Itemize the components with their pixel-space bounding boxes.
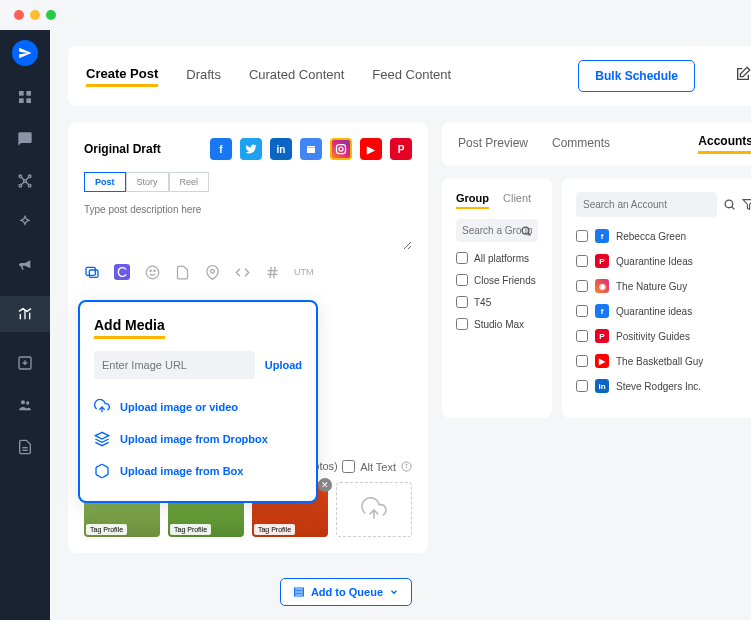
editor-toolbar: C UTM <box>84 264 412 280</box>
tab-feed[interactable]: Feed Content <box>372 67 451 85</box>
group-item[interactable]: T45 <box>456 296 538 308</box>
nav-document-icon[interactable] <box>14 436 36 458</box>
filter-icon[interactable] <box>742 198 751 211</box>
nav-download-icon[interactable] <box>14 352 36 374</box>
group-item[interactable]: Studio Max <box>456 318 538 330</box>
maximize-dot[interactable] <box>46 10 56 20</box>
group-checkbox[interactable] <box>456 252 468 264</box>
youtube-icon[interactable]: ▶ <box>360 138 382 160</box>
tag-profile-badge[interactable]: Tag Profile <box>170 524 211 535</box>
twitter-icon[interactable] <box>240 138 262 160</box>
account-checkbox[interactable] <box>576 255 588 267</box>
posttype-reel[interactable]: Reel <box>169 172 210 192</box>
svg-line-10 <box>26 177 29 180</box>
grouptab-group[interactable]: Group <box>456 192 489 209</box>
facebook-icon: f <box>595 304 609 318</box>
box-icon <box>94 463 110 479</box>
add-media-title: Add Media <box>94 317 165 339</box>
account-checkbox[interactable] <box>576 280 588 292</box>
topbar: Create Post Drafts Curated Content Feed … <box>68 46 751 106</box>
account-checkbox[interactable] <box>576 380 588 392</box>
group-item[interactable]: Close Friends <box>456 274 538 286</box>
upload-link[interactable]: Upload <box>265 359 302 371</box>
posttype-story[interactable]: Story <box>126 172 169 192</box>
location-icon[interactable] <box>204 264 220 280</box>
account-item[interactable]: ◉The Nature Guy <box>576 279 751 293</box>
search-account-input[interactable] <box>576 192 717 217</box>
account-item[interactable]: ▶The Basketball Guy <box>576 354 751 368</box>
add-media-button[interactable] <box>336 482 412 537</box>
account-checkbox[interactable] <box>576 355 588 367</box>
svg-line-42 <box>732 207 735 210</box>
grouptab-client[interactable]: Client <box>503 192 531 209</box>
svg-rect-23 <box>86 267 95 275</box>
search-icon[interactable] <box>723 198 736 211</box>
canva-icon[interactable]: C <box>114 264 130 280</box>
account-checkbox[interactable] <box>576 330 588 342</box>
utm-button[interactable]: UTM <box>294 267 314 277</box>
group-checkbox[interactable] <box>456 296 468 308</box>
nav-chat-icon[interactable] <box>14 128 36 150</box>
account-item[interactable]: PQuarantine Ideas <box>576 254 751 268</box>
account-checkbox[interactable] <box>576 230 588 242</box>
account-item[interactable]: PPositivity Guides <box>576 329 751 343</box>
tab-accounts[interactable]: Accounts <box>698 134 751 154</box>
hashtag-icon[interactable] <box>264 264 280 280</box>
tag-profile-badge[interactable]: Tag Profile <box>254 524 295 535</box>
account-checkbox[interactable] <box>576 305 588 317</box>
svg-point-41 <box>725 200 733 208</box>
instagram-icon[interactable] <box>330 138 352 160</box>
add-media-popup: Add Media Upload Upload image or video U… <box>78 300 318 503</box>
group-checkbox[interactable] <box>456 274 468 286</box>
nav-grid-icon[interactable] <box>14 86 36 108</box>
code-icon[interactable] <box>234 264 250 280</box>
nav-users-icon[interactable] <box>14 394 36 416</box>
account-item[interactable]: fQuarantine ideas <box>576 304 751 318</box>
bulk-schedule-button[interactable]: Bulk Schedule <box>578 60 695 92</box>
linkedin-icon: in <box>595 379 609 393</box>
account-item[interactable]: fRebecca Green <box>576 229 751 243</box>
edit-icon[interactable] <box>735 66 751 86</box>
svg-point-22 <box>339 147 343 151</box>
tab-drafts[interactable]: Drafts <box>186 67 221 85</box>
svg-rect-3 <box>26 98 31 103</box>
svg-rect-0 <box>19 91 24 96</box>
tab-comments[interactable]: Comments <box>552 136 610 153</box>
account-item[interactable]: inSteve Rodgers Inc. <box>576 379 751 393</box>
group-checkbox[interactable] <box>456 318 468 330</box>
tag-profile-badge[interactable]: Tag Profile <box>86 524 127 535</box>
nav-target-icon[interactable] <box>14 212 36 234</box>
close-dot[interactable] <box>14 10 24 20</box>
gmb-icon[interactable] <box>300 138 322 160</box>
svg-point-27 <box>153 270 154 271</box>
upload-dropbox-option[interactable]: Upload image from Dropbox <box>94 423 302 455</box>
nav-network-icon[interactable] <box>14 170 36 192</box>
post-description-input[interactable] <box>84 200 412 250</box>
attachment-icon[interactable] <box>174 264 190 280</box>
minimize-dot[interactable] <box>30 10 40 20</box>
emoji-icon[interactable] <box>144 264 160 280</box>
alt-text-checkbox[interactable] <box>342 460 355 473</box>
nav-megaphone-icon[interactable] <box>14 254 36 276</box>
posttype-post[interactable]: Post <box>84 172 126 192</box>
info-icon[interactable] <box>401 461 412 472</box>
pinterest-icon[interactable]: P <box>390 138 412 160</box>
instagram-icon: ◉ <box>595 279 609 293</box>
linkedin-icon[interactable]: in <box>270 138 292 160</box>
add-to-queue-button[interactable]: Add to Queue <box>280 578 412 606</box>
image-url-input[interactable] <box>94 351 255 379</box>
nav-analytics-icon[interactable] <box>0 296 50 332</box>
group-item[interactable]: All platforms <box>456 252 538 264</box>
tab-post-preview[interactable]: Post Preview <box>458 136 528 153</box>
facebook-icon[interactable]: f <box>210 138 232 160</box>
chevron-down-icon <box>389 587 399 597</box>
group-panel: Group Client All platforms Close Friends… <box>442 178 552 418</box>
svg-point-17 <box>21 400 25 404</box>
remove-thumb-icon[interactable]: ✕ <box>318 478 332 492</box>
tab-create-post[interactable]: Create Post <box>86 66 158 87</box>
upload-box-option[interactable]: Upload image from Box <box>94 455 302 487</box>
tab-curated[interactable]: Curated Content <box>249 67 344 85</box>
nav-send-icon[interactable] <box>12 40 38 66</box>
media-icon[interactable] <box>84 264 100 280</box>
upload-image-video-option[interactable]: Upload image or video <box>94 391 302 423</box>
